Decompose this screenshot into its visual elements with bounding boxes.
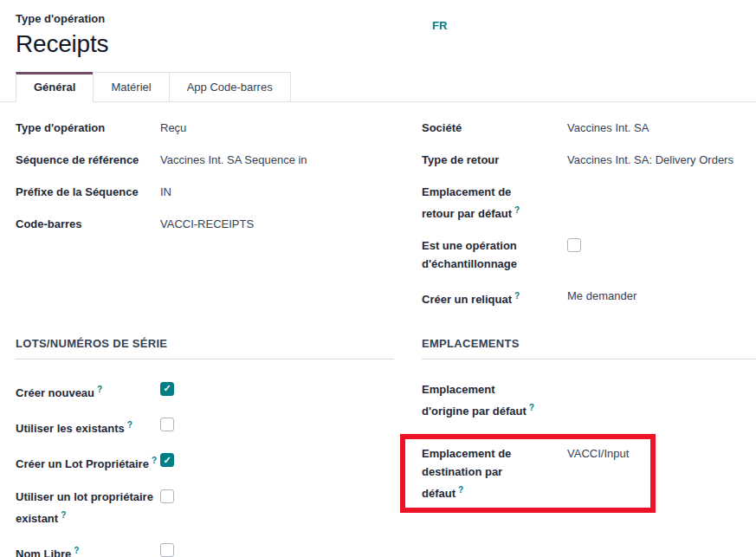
- field-label: Emplacement de retour par défaut: [422, 185, 512, 220]
- operation-type-value[interactable]: Reçu: [160, 119, 394, 137]
- field-default-dest-location-highlight-box: Emplacement de destination par défaut? V…: [400, 434, 656, 513]
- field-label: Est une opération d'échantillonnage: [422, 239, 517, 270]
- barcode-value[interactable]: VACCI-RECEIPTS: [160, 215, 394, 233]
- field-label: Code-barres: [16, 217, 82, 230]
- tab-general[interactable]: Général: [16, 72, 94, 102]
- create-backorder-value[interactable]: Me demander: [567, 287, 756, 305]
- field-create-backorder: Créer un reliquat? Me demander: [422, 287, 756, 308]
- field-reference-sequence: Séquence de référence Vaccines Int. SA S…: [16, 151, 394, 169]
- translation-badge[interactable]: FR: [432, 19, 447, 32]
- field-label: Société: [422, 121, 462, 134]
- create-new-checkbox[interactable]: ✓: [160, 382, 174, 396]
- use-existing-checkbox[interactable]: ✓: [160, 418, 174, 431]
- field-label: Créer un reliquat: [422, 294, 512, 307]
- help-icon[interactable]: ?: [74, 546, 79, 555]
- field-barcode: Code-barres VACCI-RECEIPTS: [16, 215, 394, 233]
- field-free-name: Nom Libre? ✓: [16, 541, 394, 557]
- help-icon[interactable]: ?: [458, 485, 463, 495]
- tab-content-general: Type d'opération Reçu Séquence de référe…: [0, 102, 756, 557]
- create-owner-lot-checkbox[interactable]: ✓: [160, 453, 174, 467]
- field-return-type: Type de retour Vaccines Int. SA: Deliver…: [422, 151, 756, 169]
- tab-materiel[interactable]: Matériel: [93, 72, 169, 102]
- field-label: Créer un Lot Propriétaire: [16, 458, 149, 471]
- field-label: Utiliser un lot propriétaire existant: [16, 490, 153, 525]
- default-return-location-value[interactable]: [567, 183, 756, 201]
- field-label: Séquence de référence: [16, 153, 139, 166]
- help-icon[interactable]: ?: [127, 420, 132, 430]
- breadcrumb: Type d'opération: [16, 11, 740, 27]
- sections-area: LOTS/NUMÉROS DE SÉRIE Créer nouveau? ✓ U…: [16, 335, 754, 557]
- field-label: Préfixe de la Séquence: [16, 185, 139, 198]
- help-icon[interactable]: ?: [152, 456, 157, 465]
- default-dest-location-value[interactable]: VACCI/Input: [567, 444, 643, 463]
- section-emplacements: EMPLACEMENTS Emplacement d'origine par d…: [422, 335, 756, 557]
- section-divider: [16, 359, 394, 359]
- operation-type-form: Type d'opération Receipts FR Général Mat…: [0, 0, 756, 557]
- help-icon[interactable]: ?: [97, 385, 102, 394]
- section-title-emplacements: EMPLACEMENTS: [422, 335, 756, 353]
- check-icon: ✓: [163, 384, 171, 393]
- field-label: Utiliser les existants: [16, 422, 125, 435]
- field-create-new: Créer nouveau? ✓: [16, 380, 394, 402]
- reference-sequence-value[interactable]: Vaccines Int. SA Sequence in: [160, 151, 394, 169]
- help-icon[interactable]: ?: [61, 510, 66, 520]
- company-value[interactable]: Vaccines Int. SA: [567, 119, 756, 137]
- is-sampling-checkbox[interactable]: ✓: [567, 238, 581, 252]
- help-icon[interactable]: ?: [514, 291, 520, 301]
- field-create-owner-lot: Créer un Lot Propriétaire? ✓: [16, 451, 394, 473]
- field-is-sampling: Est une opération d'échantillonnage ✓: [422, 236, 756, 273]
- field-company: Société Vaccines Int. SA: [422, 119, 756, 137]
- field-label: Type de retour: [422, 153, 499, 166]
- field-default-return-location: Emplacement de retour par défaut?: [422, 183, 756, 223]
- form-header: Type d'opération Receipts FR: [0, 0, 756, 59]
- page-title: Receipts: [16, 29, 740, 59]
- fields-column-right: Société Vaccines Int. SA Type de retour …: [422, 119, 756, 323]
- field-sequence-prefix: Préfixe de la Séquence IN: [16, 183, 394, 201]
- section-lots: LOTS/NUMÉROS DE SÉRIE Créer nouveau? ✓ U…: [16, 335, 394, 557]
- tab-app-code-barres[interactable]: App Code-barres: [169, 72, 291, 102]
- check-icon: ✓: [163, 456, 171, 465]
- tab-bar: Général Matériel App Code-barres: [0, 72, 756, 102]
- field-label: Type d'opération: [16, 121, 105, 134]
- field-default-source-location: Emplacement d'origine par défaut?: [422, 380, 756, 420]
- field-operation-type: Type d'opération Reçu: [16, 119, 394, 137]
- help-icon[interactable]: ?: [529, 403, 534, 412]
- field-use-existing-owner-lot: Utiliser un lot propriétaire existant? ✓: [16, 488, 394, 528]
- field-label: Créer nouveau: [16, 386, 94, 399]
- fields-column-left: Type d'opération Reçu Séquence de référe…: [16, 119, 394, 323]
- field-use-existing: Utiliser les existants? ✓: [16, 416, 394, 437]
- field-label: Emplacement d'origine par défaut: [422, 383, 527, 418]
- default-source-location-value[interactable]: [567, 380, 756, 398]
- sequence-prefix-value[interactable]: IN: [160, 183, 394, 201]
- field-label: Emplacement de destination par défaut: [422, 447, 511, 500]
- use-existing-owner-lot-checkbox[interactable]: ✓: [160, 489, 174, 503]
- section-title-lots: LOTS/NUMÉROS DE SÉRIE: [16, 335, 394, 353]
- field-label: Nom Libre: [16, 547, 71, 557]
- free-name-checkbox[interactable]: ✓: [160, 543, 174, 557]
- section-divider: [422, 359, 756, 359]
- help-icon[interactable]: ?: [514, 205, 520, 215]
- return-type-value[interactable]: Vaccines Int. SA: Delivery Orders: [567, 151, 756, 169]
- fields-area: Type d'opération Reçu Séquence de référe…: [16, 119, 754, 323]
